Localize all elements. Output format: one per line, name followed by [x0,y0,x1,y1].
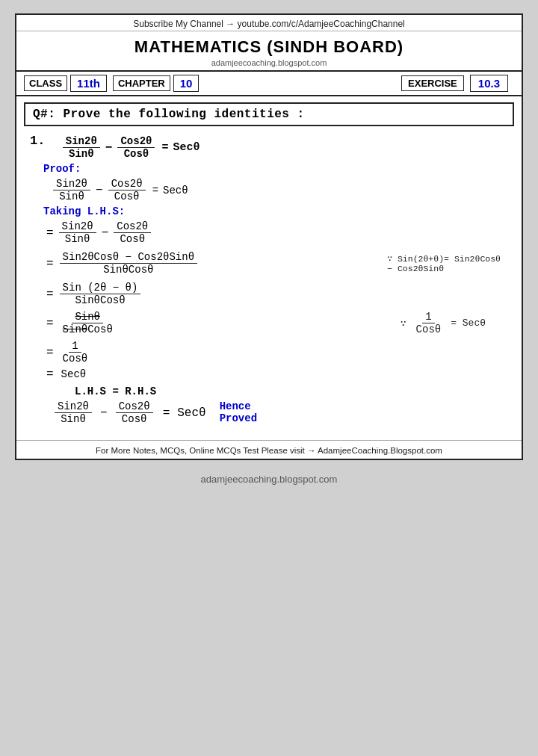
step-6: = Secθ [30,368,508,381]
chapter-label: CHAPTER [113,75,170,91]
footer-blog-url: adamjeecoaching.blogspot.com [201,474,338,485]
exercise-label: EXERCISE [401,75,464,91]
taking-label: Taking L.H.S: [43,205,508,217]
page-title: MATHEMATICS (SINDH BOARD) [16,31,522,58]
class-value: 11th [70,75,107,92]
proof-label: Proof: [43,163,508,175]
lhs-rhs: L.H.S = R.H.S [75,385,508,397]
chapter-value: 10 [173,75,200,92]
blog-url-header: adamjeecoaching.blogspot.com [16,58,522,67]
step-1: = Sin2θ Sinθ − Cos2θ Cosθ [30,220,508,245]
hence-proved-line: Sin2θ Sinθ − Cos2θ Cosθ = Secθ HenceProv… [30,400,508,425]
subscribe-text: Subscribe My Channel → youtube.com/c/Ada… [133,19,405,29]
footer-text: For More Notes, MCQs, Online MCQs Test P… [96,446,442,455]
restate-eq: Sin2θ Sinθ − Cos2θ Cosθ = Secθ [30,178,508,202]
chapter-box: CHAPTER 10 [113,75,200,92]
exercise-box: EXERCISE 10.3 [401,75,508,92]
side-note-1: ∵ Sin(2θ+θ)= Sin2θCosθ− Cos2θSinθ [387,253,501,273]
frac-cos2t-cost: Cos2θ Cosθ [117,135,155,160]
step-2: = Sin2θCosθ − Cos2θSinθ SinθCosθ ∵ Sin(2… [30,251,508,276]
subscribe-bar: Subscribe My Channel → youtube.com/c/Ada… [16,15,522,31]
step-3: = Sin (2θ − θ) SinθCosθ [30,282,508,306]
side-note-2: ∵ 1 Cosθ = Secθ [401,311,486,335]
question-header: Q#: Prove the following identities : [24,102,514,126]
step-4: = Sinθ SinθCosθ ∵ 1 Cosθ = Secθ [30,311,508,335]
class-label: CLASS [24,75,67,91]
exercise-value: 10.3 [470,75,508,92]
footer-bar: For More Notes, MCQs, Online MCQs Test P… [16,440,522,459]
info-row: CLASS 11th CHAPTER 10 EXERCISE 10.3 [16,70,522,96]
content-area: 1. Sin2θ Sinθ − Cos2θ Cosθ = Secθ Proof:… [16,131,522,433]
hence-proved-text: HenceProved [220,400,257,424]
class-box: CLASS 11th [24,75,107,92]
question-number: 1. Sin2θ Sinθ − Cos2θ Cosθ = Secθ [30,134,508,160]
step-5: = 1 Cosθ [30,340,508,365]
frac-sin2t-sint: Sin2θ Sinθ [63,135,100,160]
